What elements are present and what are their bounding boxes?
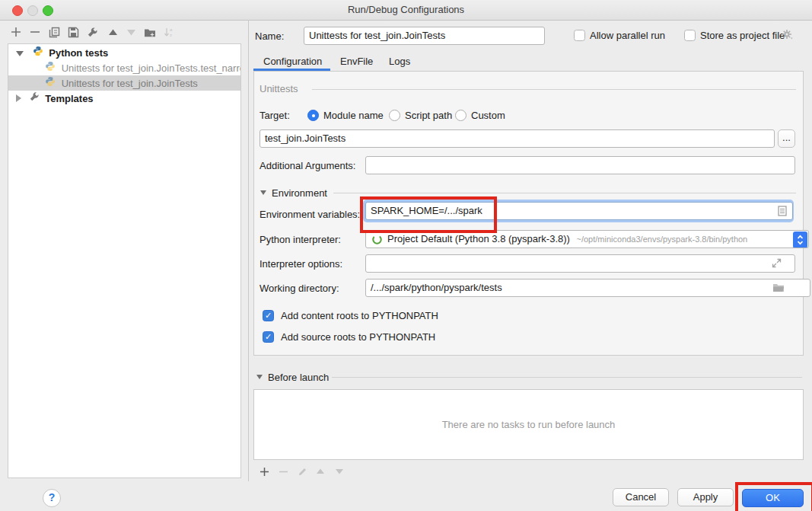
- sort-alphabetically-icon: az: [162, 25, 176, 39]
- apply-button[interactable]: Apply: [677, 488, 734, 506]
- tree-item-unittests-test-narrow[interactable]: Unittests for test_join.JoinTests.test_n…: [8, 60, 240, 75]
- target-label: Target:: [260, 110, 290, 122]
- new-folder-icon[interactable]: [143, 25, 157, 39]
- before-launch-empty-text: There are no tasks to run before launch: [442, 419, 616, 430]
- before-launch-section-title[interactable]: Before launch: [268, 372, 329, 384]
- add-source-roots-label[interactable]: Add source roots to PYTHONPATH: [281, 331, 435, 343]
- add-source-roots-checkbox[interactable]: [263, 331, 274, 343]
- target-input[interactable]: test_join.JoinTests: [260, 129, 775, 148]
- target-script-path-radio[interactable]: [389, 110, 400, 121]
- tree-item-templates[interactable]: Templates: [8, 91, 240, 106]
- before-launch-separator: [332, 377, 802, 378]
- browse-button[interactable]: ...: [778, 129, 795, 148]
- environment-separator: [333, 193, 796, 193]
- before-launch-task-list: There are no tasks to run before launch: [253, 389, 804, 460]
- cancel-button[interactable]: Cancel: [613, 488, 669, 506]
- remove-configuration-icon[interactable]: [28, 25, 42, 39]
- name-input[interactable]: Unittests for test_join.JoinTests: [304, 27, 545, 45]
- folder-icon[interactable]: [772, 283, 785, 295]
- run-debug-configurations-dialog: Run/Debug Configurations az Python tests: [0, 0, 812, 511]
- target-module-name-radio[interactable]: [307, 110, 319, 121]
- add-content-roots-checkbox[interactable]: [263, 310, 274, 321]
- add-configuration-icon[interactable]: [9, 25, 23, 39]
- allow-parallel-run-checkbox[interactable]: [574, 30, 585, 41]
- tree-item-python-tests[interactable]: Python tests: [8, 45, 240, 60]
- svg-text:a: a: [170, 27, 173, 32]
- environment-section-arrow-icon[interactable]: [260, 190, 266, 195]
- target-custom-label[interactable]: Custom: [471, 110, 505, 122]
- tree-item-label: Unittests for test_join.JoinTests: [62, 76, 198, 91]
- working-directory-input[interactable]: /.../spark/python/pyspark/tests: [365, 279, 810, 297]
- interpreter-options-input[interactable]: [365, 254, 795, 273]
- store-as-project-file-checkbox[interactable]: [684, 30, 696, 41]
- gear-icon[interactable]: [781, 28, 794, 43]
- window-title: Run/Debug Configurations: [0, 4, 812, 15]
- add-content-roots-label[interactable]: Add content roots to PYTHONPATH: [281, 310, 438, 322]
- interpreter-options-label: Interpreter options:: [260, 258, 342, 270]
- expanded-arrow-icon[interactable]: [16, 46, 24, 60]
- tree-item-label: Python tests: [49, 46, 108, 60]
- before-launch-add-icon[interactable]: [258, 465, 270, 477]
- environment-variables-label: Environment variables:: [260, 209, 360, 221]
- python-test-icon: [45, 76, 56, 91]
- unittests-group-title: Unittests: [260, 83, 303, 95]
- title-bar: Run/Debug Configurations: [0, 0, 812, 21]
- move-down-icon: [124, 25, 138, 39]
- save-configuration-icon[interactable]: [66, 25, 80, 39]
- before-launch-edit-icon: [296, 465, 308, 477]
- before-launch-remove-icon: [277, 465, 289, 477]
- help-button[interactable]: ?: [43, 489, 61, 507]
- tab-envfile[interactable]: EnvFile: [340, 53, 373, 69]
- expand-field-icon[interactable]: [772, 258, 782, 270]
- panel-divider: [248, 20, 249, 481]
- tree-item-unittests-jointests-selected[interactable]: Unittests for test_join.JoinTests: [8, 75, 240, 91]
- python-test-icon: [45, 61, 56, 75]
- allow-parallel-run-label[interactable]: Allow parallel run: [590, 30, 665, 42]
- collapsed-arrow-icon[interactable]: [16, 91, 21, 106]
- configurations-tree: Python tests Unittests for test_join.Joi…: [8, 43, 241, 478]
- target-module-name-label[interactable]: Module name: [323, 110, 384, 122]
- edit-templates-icon[interactable]: [85, 25, 99, 39]
- tree-item-label: Unittests for test_join.JoinTests.test_n…: [62, 61, 240, 75]
- additional-arguments-label: Additional Arguments:: [260, 160, 355, 172]
- move-up-icon[interactable]: [106, 25, 119, 39]
- python-interpreter-path: ~/opt/miniconda3/envs/pyspark-3.8/bin/py…: [577, 235, 748, 244]
- target-script-path-label[interactable]: Script path: [405, 110, 452, 122]
- group-separator: [312, 89, 796, 90]
- conda-environment-icon: [371, 234, 383, 248]
- before-launch-section-arrow-icon[interactable]: [256, 375, 263, 379]
- before-launch-move-down-icon: [333, 465, 345, 477]
- name-label: Name:: [255, 30, 284, 43]
- env-vars-list-icon[interactable]: [778, 206, 787, 219]
- python-interpreter-value: Project Default (Python 3.8 (pyspark-3.8…: [387, 233, 570, 244]
- tab-configuration[interactable]: Configuration: [263, 53, 322, 69]
- environment-variables-focus-ring: SPARK_HOME=/.../spark: [363, 200, 794, 222]
- tab-logs[interactable]: Logs: [389, 53, 410, 69]
- svg-text:z: z: [170, 33, 172, 37]
- working-directory-label: Working directory:: [260, 283, 339, 295]
- before-launch-move-up-icon: [314, 465, 326, 477]
- wrench-icon: [29, 91, 40, 106]
- dropdown-stepper-icon[interactable]: [793, 232, 807, 248]
- python-icon: [33, 46, 43, 60]
- python-interpreter-label: Python interpreter:: [260, 234, 341, 246]
- ok-button[interactable]: OK: [742, 489, 804, 507]
- store-as-project-file-label[interactable]: Store as project file: [700, 30, 785, 42]
- environment-section-title[interactable]: Environment: [272, 187, 327, 200]
- additional-arguments-input[interactable]: [365, 156, 795, 174]
- python-interpreter-select[interactable]: Project Default (Python 3.8 (pyspark-3.8…: [365, 230, 809, 248]
- environment-variables-input[interactable]: SPARK_HOME=/.../spark: [365, 202, 793, 220]
- tree-item-label: Templates: [45, 91, 93, 106]
- copy-configuration-icon[interactable]: [47, 25, 61, 39]
- target-custom-radio[interactable]: [455, 110, 467, 121]
